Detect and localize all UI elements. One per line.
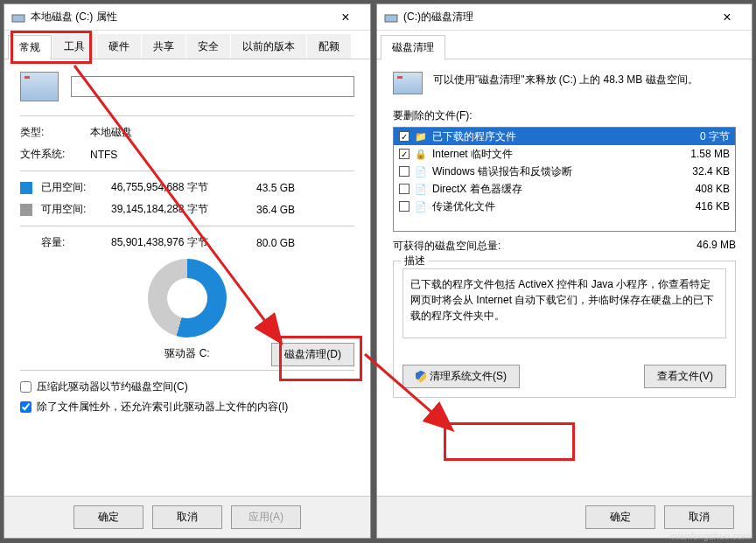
item-size: 416 KB — [696, 200, 730, 212]
used-size: 43.5 GB — [242, 182, 295, 194]
content: 可以使用"磁盘清理"来释放 (C:) 上的 48.3 MB 磁盘空间。 要删除的… — [377, 59, 752, 496]
tabs: 常规 工具 硬件 共享 安全 以前的版本 配额 — [4, 31, 370, 59]
tab-previous[interactable]: 以前的版本 — [231, 34, 306, 59]
window-title: (C:)的磁盘清理 — [403, 10, 710, 24]
item-size: 0 字节 — [700, 129, 730, 144]
desc-legend: 描述 — [401, 254, 429, 268]
type-value: 本地磁盘 — [90, 125, 132, 140]
shield-icon — [416, 371, 426, 383]
item-name: Internet 临时文件 — [432, 147, 685, 162]
used-label: 已用空间: — [41, 180, 102, 195]
item-checkbox[interactable]: ✓ — [399, 149, 410, 159]
item-checkbox[interactable] — [399, 166, 410, 177]
ok-button[interactable]: 确定 — [74, 505, 144, 529]
drive-icon — [393, 72, 423, 94]
item-name: 传递优化文件 — [432, 199, 690, 214]
clean-system-files-button[interactable]: 清理系统文件(S) — [402, 365, 520, 388]
total-label: 可获得的磁盘空间总量: — [393, 239, 500, 254]
item-size: 408 KB — [696, 183, 730, 195]
item-name: DirectX 着色器缓存 — [432, 182, 690, 197]
item-name: 已下载的程序文件 — [432, 129, 695, 144]
tabs: 磁盘清理 — [377, 31, 752, 59]
file-item[interactable]: ✓🔒Internet 临时文件1.58 MB — [394, 145, 735, 163]
cap-size: 80.0 GB — [242, 237, 295, 249]
titlebar: 本地磁盘 (C:) 属性 × — [4, 4, 370, 31]
drive-icon — [11, 10, 25, 24]
content: 类型:本地磁盘 文件系统:NTFS 已用空间: 46,755,954,688 字… — [4, 59, 370, 496]
file-item[interactable]: 📄传递优化文件416 KB — [394, 198, 735, 215]
tab-cleanup[interactable]: 磁盘清理 — [381, 35, 445, 59]
fs-label: 文件系统: — [20, 147, 81, 162]
used-swatch — [20, 182, 32, 194]
window-title: 本地磁盘 (C:) 属性 — [31, 10, 328, 24]
drive-icon — [384, 10, 398, 24]
total-value: 46.9 MB — [696, 239, 736, 254]
item-size: 1.58 MB — [690, 148, 730, 160]
titlebar: (C:)的磁盘清理 × — [377, 4, 752, 31]
item-checkbox[interactable] — [399, 201, 410, 212]
cap-label: 容量: — [41, 235, 102, 250]
file-list[interactable]: ✓📁已下载的程序文件0 字节✓🔒Internet 临时文件1.58 MB📄Win… — [393, 127, 736, 232]
item-checkbox[interactable] — [399, 184, 410, 194]
index-label: 除了文件属性外，还允许索引此驱动器上文件的内容(I) — [37, 400, 288, 414]
used-bytes: 46,755,954,688 字节 — [111, 180, 234, 195]
drive-large-icon — [20, 72, 59, 101]
doc-icon: 📄 — [415, 183, 427, 195]
index-checkbox[interactable] — [20, 401, 32, 413]
apply-button[interactable]: 应用(A) — [231, 505, 301, 529]
summary-text: 可以使用"磁盘清理"来释放 (C:) 上的 48.3 MB 磁盘空间。 — [433, 72, 736, 88]
watermark: mianfengshuo.com — [669, 531, 751, 541]
doc-icon: 📄 — [415, 165, 427, 178]
view-files-button[interactable]: 查看文件(V) — [644, 365, 726, 388]
disk-cleanup-button[interactable]: 磁盘清理(D) — [271, 343, 354, 366]
description-fieldset: 描述 已下载的程序文件包括 ActiveX 控件和 Java 小程序，你查看特定… — [393, 261, 736, 398]
button-bar: 确定 取消 应用(A) — [4, 496, 370, 538]
fs-value: NTFS — [90, 149, 117, 161]
free-size: 36.4 GB — [242, 204, 295, 216]
type-label: 类型: — [20, 125, 81, 140]
item-checkbox[interactable]: ✓ — [399, 131, 410, 142]
free-label: 可用空间: — [41, 202, 102, 217]
svg-rect-1 — [385, 15, 397, 22]
ok-button[interactable]: 确定 — [585, 505, 655, 529]
cancel-button[interactable]: 取消 — [152, 505, 222, 529]
tab-security[interactable]: 安全 — [186, 34, 230, 59]
free-swatch — [20, 204, 32, 216]
drive-name-input[interactable] — [71, 76, 354, 97]
close-icon[interactable]: × — [710, 10, 745, 25]
tab-quota[interactable]: 配额 — [307, 34, 351, 59]
tab-tools[interactable]: 工具 — [52, 34, 96, 59]
item-size: 32.4 KB — [692, 165, 730, 178]
doc-icon: 📄 — [415, 200, 427, 212]
file-item[interactable]: 📄DirectX 着色器缓存408 KB — [394, 180, 735, 198]
tab-hardware[interactable]: 硬件 — [97, 34, 141, 59]
svg-rect-0 — [12, 15, 24, 22]
compress-checkbox[interactable] — [20, 381, 32, 393]
compress-label: 压缩此驱动器以节约磁盘空间(C) — [37, 379, 188, 394]
tab-general[interactable]: 常规 — [8, 35, 52, 59]
lock-icon: 🔒 — [415, 148, 427, 160]
cancel-button[interactable]: 取消 — [664, 505, 734, 529]
properties-window: 本地磁盘 (C:) 属性 × 常规 工具 硬件 共享 安全 以前的版本 配额 类… — [4, 3, 371, 539]
cap-bytes: 85,901,438,976 字节 — [111, 235, 234, 250]
free-bytes: 39,145,184,288 字节 — [111, 202, 234, 217]
desc-text: 已下载的程序文件包括 ActiveX 控件和 Java 小程序，你查看特定网页时… — [402, 268, 726, 338]
files-label: 要删除的文件(F): — [393, 108, 736, 123]
folder-icon: 📁 — [415, 130, 427, 143]
close-icon[interactable]: × — [328, 10, 363, 25]
tab-sharing[interactable]: 共享 — [142, 34, 186, 59]
item-name: Windows 错误报告和反馈诊断 — [432, 164, 687, 179]
clean-sys-label: 清理系统文件(S) — [430, 370, 507, 382]
disk-cleanup-window: (C:)的磁盘清理 × 磁盘清理 可以使用"磁盘清理"来释放 (C:) 上的 4… — [376, 3, 752, 539]
usage-pie-chart — [148, 259, 227, 338]
file-item[interactable]: ✓📁已下载的程序文件0 字节 — [394, 128, 735, 145]
file-item[interactable]: 📄Windows 错误报告和反馈诊断32.4 KB — [394, 163, 735, 180]
